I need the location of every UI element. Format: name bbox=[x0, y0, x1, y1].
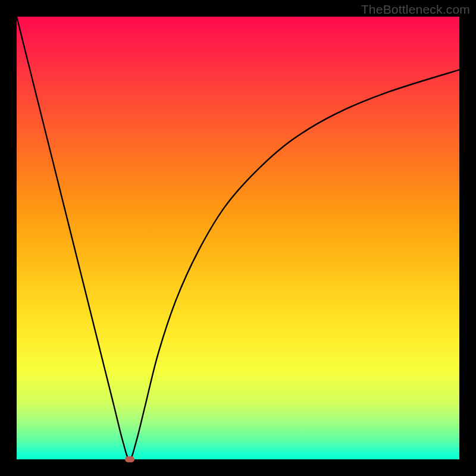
watermark-text: TheBottleneck.com bbox=[361, 2, 470, 17]
min-bottleneck-marker bbox=[125, 456, 134, 462]
bottleneck-curve bbox=[17, 17, 459, 459]
plot-area bbox=[17, 17, 459, 459]
chart-container: TheBottleneck.com bbox=[0, 0, 476, 476]
